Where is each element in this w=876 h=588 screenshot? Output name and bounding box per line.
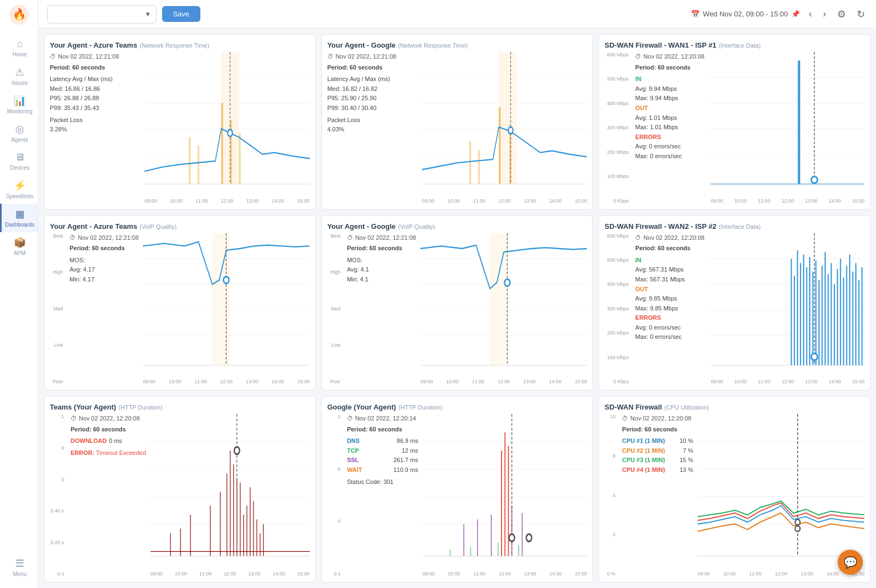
chart-svg [420,233,587,378]
metric-dns: DNS86.9 ms [347,436,418,446]
panel-azure-teams-network: Your Agent - Azure Teams (Network Respon… [44,34,316,210]
agents-icon: ◎ [15,123,24,135]
next-button[interactable]: › [821,6,828,22]
sidebar-item-monitoring[interactable]: 📊 Monitoring [0,90,38,119]
chart-area: 09:0010:0011:0012:0013:0014:0015:00 [711,52,865,204]
chat-button[interactable]: 💬 [838,550,863,575]
svg-rect-11 [239,133,240,184]
sidebar-item-home[interactable]: ⌂ Home [0,34,38,62]
chart-svg [711,233,865,378]
dashboards-icon: ▦ [15,208,25,220]
metric-out-label: OUT [635,103,706,113]
issues-icon: ⚠ [15,66,24,78]
sidebar-item-apm[interactable]: 📦 APM [0,232,38,261]
timestamp: ⏱ Nov 02 2022, 12:21:08 [327,52,418,62]
panel-body: 1000 s ⏱ Nov 02 2022, 12:20:14 Period: 6… [327,414,587,577]
metric-mos-label: MOS: [70,256,139,266]
metric-latency-label: Latency Avg / Max (ms) [327,74,418,84]
sidebar-item-label: Dashboards [5,222,34,228]
chart-area: 09:0010:0011:0012:0013:0014:0015:00 [143,233,309,385]
chart-area: 09:0010:0011:0012:0013:0014:0015:00 [151,414,310,577]
chart-svg [145,52,310,197]
panel-metrics: ⏱ Nov 02 2022, 12:20:08 Period: 60 secon… [635,233,706,385]
settings-button[interactable]: ⚙ [835,6,848,22]
chart-svg [143,233,309,378]
metric-ssl: SSL261.7 ms [347,456,418,465]
metric-med: Med: 16.86 / 16.86 [50,84,140,94]
svg-point-132 [796,520,800,525]
panel-body: 600 Mbps500 Mbps400 Mbps300 Mbps200 Mbps… [604,52,865,204]
prev-button[interactable]: ‹ [806,6,814,22]
sidebar-item-menu[interactable]: ☰ Menu [9,553,28,581]
metric-errors-label: ERRORS [635,132,706,142]
panel-body: ⏱ Nov 02 2022, 12:21:08 Period: 60 secon… [50,52,310,204]
svg-rect-9 [221,103,223,184]
calendar-icon: 📅 [691,10,700,18]
metric-out-max: Max: 1.01 Mbps [635,123,706,132]
x-axis: 09:0010:0011:0012:0013:0014:0015:00 [420,378,587,384]
svg-text:🔥: 🔥 [12,8,26,21]
metric-error: ERROR: Timeout Exceeded [71,448,146,458]
panel-body: ⏱ Nov 02 2022, 12:21:08 Period: 60 secon… [327,52,587,204]
period: Period: 60 seconds [347,425,418,435]
timestamp: ⏱ Nov 02 2022, 12:20:08 [71,414,146,424]
save-button[interactable]: Save [162,6,200,22]
metric-mos-min: Min: 4.1 [347,275,416,285]
period: Period: 60 seconds [71,425,146,435]
panel-title: Your Agent - Azure Teams (VoIP Quality) [50,221,310,231]
svg-point-81 [811,353,817,360]
sidebar-item-label: Agents [11,137,28,143]
metric-errors-avg: Avg: 0 errors/sec [635,323,706,333]
timestamp: ⏱ Nov 02 2022, 12:20:08 [635,233,706,243]
metric-packet-loss-value: 4.03% [327,125,418,135]
metric-mos-avg: Avg: 4.17 [70,265,139,275]
metric-p95: P95: 25.90 / 25.90 [327,94,418,103]
chart-area: 09:0010:0011:0012:0013:0014:0015:00 [420,233,587,385]
metric-cpu1: CPU #1 (1 MIN)10 % [622,436,693,446]
metric-med: Med: 16.82 / 16.82 [327,84,418,94]
sidebar-item-label: Issues [12,80,28,86]
x-axis: 09:0010:0011:0012:0013:0014:0015:00 [422,197,587,204]
y-axis: BestHighMedLowPoor [50,233,65,385]
panel-metrics: ⏱ Nov 02 2022, 12:21:08 Period: 60 secon… [50,52,140,204]
svg-point-105 [234,447,239,454]
panel-sdwan-wan2: SD-WAN Firewall - WAN2 - ISP #2 (Interfa… [598,215,871,391]
monitoring-icon: 📊 [14,95,26,107]
chart-area: 09:0010:0011:0012:0013:0014:0015:00 [711,233,865,385]
svg-point-25 [508,127,513,134]
metric-mos-min: Min: 4.17 [70,275,139,285]
chart-svg [698,414,865,570]
panel-title: Teams (Your Agent) (HTTP Duration) [50,402,310,412]
timestamp: ⏱ Nov 02 2022, 12:20:08 [622,414,693,424]
svg-point-125 [526,534,532,541]
panel-google-http: Google (Your Agent) (HTTP Duration) 1000… [321,396,593,583]
panel-azure-teams-voip: Your Agent - Azure Teams (VoIP Quality) … [44,215,316,391]
chart-svg [151,414,310,570]
panel-title: SD-WAN Firewall (CPU Utilization) [604,402,865,412]
sidebar-item-agents[interactable]: ◎ Agents [0,119,38,147]
y-axis: 108420 % [604,414,618,577]
period: Period: 60 seconds [347,244,416,253]
y-axis: 1000.40 s0.20 s0 s [50,414,66,577]
speedtests-icon: ⚡ [14,180,26,192]
dashboard-selector[interactable] [47,5,157,24]
panel-title: Your Agent - Azure Teams (Network Respon… [50,40,310,50]
panel-google-network: Your Agent - Google (Network Response Ti… [321,34,593,210]
panel-title: Your Agent - Google (VoIP Quality) [327,221,587,231]
sidebar-item-issues[interactable]: ⚠ Issues [0,62,38,90]
topbar: ▼ Save 📅 Wed Nov 02, 09:00 - 15:00 📌 ‹ ›… [38,0,876,28]
metric-mos-label: MOS: [347,256,416,266]
sidebar-item-dashboards[interactable]: ▦ Dashboards [0,204,38,232]
sidebar-item-speedtests[interactable]: ⚡ Speedtests [0,175,38,204]
metric-out-label: OUT [635,285,706,295]
sidebar-item-devices[interactable]: 🖥 Devices [0,147,38,175]
panel-body: 1000.40 s0.20 s0 s ⏱ Nov 02 2022, 12:20:… [50,414,310,577]
y-axis: BestHighMedLowPoor [327,233,343,385]
refresh-button[interactable]: ↻ [855,6,867,22]
period: Period: 60 seconds [327,63,418,73]
chart-area: 09:0010:0011:0012:0013:0014:0015:00 [423,414,587,577]
panel-metrics: ⏱ Nov 02 2022, 12:20:08 Period: 60 secon… [635,52,706,204]
panel-body: BestHighMedLowPoor ⏱ Nov 02 2022, 12:21:… [327,233,587,385]
metric-packet-loss-label: Packet Loss [50,116,140,125]
x-axis: 09:0010:0011:0012:0013:0014:0015:00 [145,197,310,204]
